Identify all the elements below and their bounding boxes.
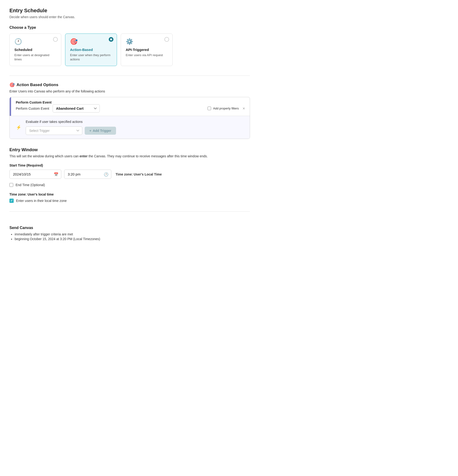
time-input[interactable]: [64, 170, 111, 179]
entry-window-desc: This will set the window during which us…: [9, 154, 250, 159]
entry-window-title: Entry Window: [9, 147, 250, 152]
divider-2: [9, 211, 250, 212]
type-card-scheduled[interactable]: 🕐 Scheduled Enter users at designated ti…: [9, 34, 61, 66]
trigger-select-wrapper: Select Trigger: [26, 127, 82, 135]
remove-action-button[interactable]: ×: [242, 106, 245, 111]
event-dropdown[interactable]: Abandoned Cart Purchase Session Start Cu…: [53, 104, 100, 112]
trigger-content: Evaluate if user takes specified actions…: [26, 120, 245, 135]
event-label: Perform Custom Event: [16, 101, 245, 104]
timezone-section-title: Time zone: User's local time: [9, 193, 250, 196]
trigger-row: ⚡ Evaluate if user takes specified actio…: [10, 116, 250, 139]
send-canvas-section: Send Canvas immediately after trigger cr…: [9, 218, 250, 241]
action-row-right: Add property filters ×: [208, 106, 245, 111]
scheduled-title: Scheduled: [14, 48, 56, 52]
scheduled-radio[interactable]: [53, 37, 58, 42]
end-time-label: End Time (Optional): [16, 183, 45, 187]
api-triggered-title: API-Triggered: [126, 48, 168, 52]
trigger-select[interactable]: Select Trigger: [26, 127, 82, 135]
send-canvas-title: Send Canvas: [9, 226, 250, 230]
action-based-title: Action-Based: [70, 48, 112, 52]
api-triggered-radio[interactable]: [164, 37, 169, 42]
date-input-wrapper: 📅: [9, 170, 61, 179]
action-based-desc: Enter user when they perform actions: [70, 53, 112, 61]
action-based-icon: 🎯: [9, 82, 15, 87]
entry-window-section: Entry Window This will set the window du…: [9, 147, 250, 203]
add-property-filters-checkbox[interactable]: [208, 107, 211, 110]
action-box: Perform Custom Event Perform Custom Even…: [9, 97, 250, 139]
date-input[interactable]: [9, 170, 61, 179]
lightning-icon: ⚡: [16, 125, 21, 130]
add-trigger-label: Add Trigger: [93, 129, 111, 133]
datetime-row: 📅 🕐 Time zone: User's Local Time: [9, 170, 250, 179]
type-card-api-triggered[interactable]: ⚙️ API-Triggered Enter users via API req…: [121, 34, 173, 66]
type-cards-container: 🕐 Scheduled Enter users at designated ti…: [9, 34, 250, 66]
send-canvas-list: immediately after trigger criteria are m…: [9, 232, 250, 241]
time-input-wrapper: 🕐: [64, 170, 111, 179]
action-row-controls: Perform Custom Event Abandoned Cart Purc…: [16, 104, 245, 112]
entry-window-desc-before: This will set the window during which us…: [9, 154, 79, 158]
event-type-label: Perform Custom Event: [16, 107, 49, 110]
send-canvas-item-2: beginning October 15, 2024 at 3:20 PM (L…: [15, 237, 250, 241]
action-row-top-inner: Perform Custom Event Perform Custom Even…: [11, 97, 250, 116]
divider-1: [9, 76, 250, 76]
local-timezone-checkbox[interactable]: [9, 199, 14, 203]
page-subtitle: Decide when users should enter the Canva…: [9, 15, 250, 19]
clock-icon: 🕐: [14, 38, 56, 45]
action-based-options-title: Action Based Options: [17, 83, 59, 87]
entry-window-desc-after: the Canvas. They may continue to receive…: [87, 154, 208, 158]
add-property-filters-label: Add property filters: [213, 107, 239, 110]
page-title: Entry Schedule: [9, 8, 250, 14]
target-icon: 🎯: [70, 38, 112, 45]
action-based-options-desc: Enter Users into Canvas who perform any …: [9, 89, 250, 93]
type-card-action-based[interactable]: 🎯 Action-Based Enter user when they perf…: [65, 34, 117, 66]
add-trigger-button[interactable]: + Add Trigger: [85, 127, 116, 135]
scheduled-desc: Enter users at designated times: [14, 53, 56, 61]
timezone-check-row: Enter users in their local time zone: [9, 199, 250, 203]
trigger-desc: Evaluate if user takes specified actions: [26, 120, 245, 124]
api-triggered-desc: Enter users via API request: [126, 53, 168, 57]
send-canvas-item-1: immediately after trigger criteria are m…: [15, 232, 250, 236]
action-based-options-header: 🎯 Action Based Options: [9, 82, 250, 87]
local-timezone-label: Enter users in their local time zone: [16, 199, 67, 203]
choose-type-label: Choose a Type: [9, 26, 250, 30]
lightning-icon-col: ⚡: [14, 125, 23, 130]
gear-icon: ⚙️: [126, 38, 168, 45]
plus-icon: +: [89, 129, 91, 133]
trigger-controls: Select Trigger + Add Trigger: [26, 127, 245, 135]
end-time-row: End Time (Optional): [9, 183, 250, 187]
action-based-radio[interactable]: [109, 37, 113, 42]
timezone-inline-label: Time zone: User's Local Time: [116, 172, 162, 176]
action-row-top: Perform Custom Event Perform Custom Even…: [10, 97, 250, 116]
start-time-label: Start Time (Required): [9, 163, 250, 167]
end-time-checkbox[interactable]: [9, 183, 13, 187]
entry-window-desc-bold: enter: [79, 154, 87, 158]
